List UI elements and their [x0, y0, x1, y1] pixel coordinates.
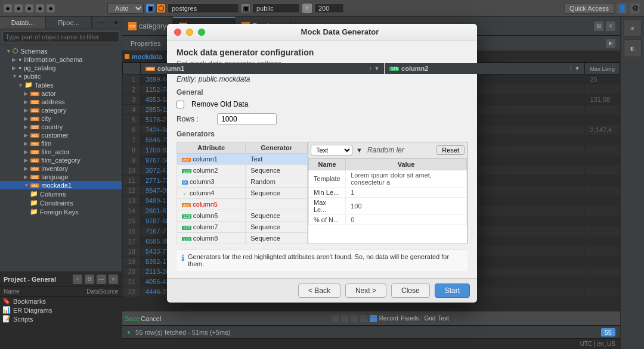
modal-rows-row: Rows : [177, 113, 467, 125]
sidebar-close-btn[interactable]: × [110, 17, 122, 29]
project-close-btn[interactable]: × [109, 275, 118, 284]
tree-item-pg-catalog[interactable]: ▶ ● pg_catalog [0, 64, 122, 72]
modal-general-label: General [177, 88, 467, 96]
exp-film-actor: ▶ [24, 149, 30, 155]
start-button[interactable]: Start [435, 283, 470, 298]
next-button[interactable]: Next > [345, 283, 386, 298]
exp-language: ▶ [24, 174, 30, 180]
props-row: Max Le...100 [309, 198, 467, 215]
traffic-light-minimize[interactable] [186, 29, 193, 36]
panels-btn[interactable]: Panels [401, 315, 419, 322]
tree-item-language[interactable]: ▶ abc language [0, 173, 122, 181]
nav-prev-btn[interactable] [341, 315, 348, 322]
tree-item-film-category[interactable]: ▶ abc film_category [0, 156, 122, 164]
rows-input[interactable] [217, 113, 277, 125]
tree-item-country[interactable]: ▶ abc country [0, 123, 122, 131]
gen-type-select[interactable]: Text [311, 145, 352, 155]
close-button[interactable]: Close [391, 283, 430, 298]
nav-next-btn[interactable] [351, 315, 358, 322]
right-panel-btn[interactable]: ▶ [606, 39, 615, 48]
rp-btn-2[interactable]: ◧ [624, 39, 642, 57]
tree-item-actor[interactable]: ▶ abc actor [0, 89, 122, 98]
col-header-column1[interactable]: abc column1 ↕ ▼ [141, 63, 385, 74]
sidebar-tab-database[interactable]: Datab... [0, 17, 46, 29]
tree-item-inventory[interactable]: ▶ abc inventory [0, 164, 122, 173]
modal-header: Mock data generator configuration [177, 48, 467, 57]
traffic-light-close[interactable] [174, 29, 181, 36]
exp-film-category: ▶ [24, 157, 30, 163]
cancel-btn[interactable]: Cancel [141, 315, 161, 322]
gen-table-row[interactable]: 123column8Sequence [177, 233, 308, 244]
gen-table-row[interactable]: abccolumn5 [177, 199, 308, 210]
remove-old-data-checkbox[interactable] [177, 101, 184, 108]
back-button[interactable]: < Back [298, 283, 340, 298]
connection-input[interactable] [168, 4, 239, 13]
gen-table-row[interactable]: 123column2Sequence [177, 165, 308, 176]
grid-btn[interactable]: Grid [424, 315, 435, 322]
gen-table-row[interactable]: ✓column4Sequence [177, 188, 308, 199]
save-btn[interactable]: Save [125, 315, 140, 322]
toolbar-icon-5: ● [47, 4, 55, 13]
value-input[interactable] [314, 4, 344, 13]
tree-item-columns[interactable]: 📁 Columns [0, 189, 122, 198]
tree-item-category[interactable]: ▶ abc category [0, 106, 122, 114]
add-record-btn[interactable] [370, 315, 377, 322]
record-btn[interactable]: Record [379, 315, 398, 322]
exp-mockada1: ▼ [24, 182, 30, 188]
project-bookmarks[interactable]: 🔖 Bookmarks [0, 297, 122, 306]
gen-table-row[interactable]: 123column7Sequence [177, 222, 308, 233]
modal-entity: Entity: public.mockdata [177, 75, 467, 83]
tree-item-mockada1[interactable]: ▼ abc mockada1 [0, 181, 122, 189]
nav-first-btn[interactable] [332, 315, 339, 322]
gen-table-row[interactable]: 123column6Sequence [177, 210, 308, 222]
sidebar-search-input[interactable] [2, 32, 119, 42]
tree-item-customer[interactable]: ▶ abc customer [0, 131, 122, 139]
rp-btn-1[interactable]: ⊕ [624, 19, 642, 37]
gen-table-row[interactable]: ⟳column3Random [177, 176, 308, 188]
project-add-btn[interactable]: + [73, 275, 82, 284]
project-er-diagrams[interactable]: 📊 ER Diagrams [0, 306, 122, 314]
tree-item-public[interactable]: ▼ ● public [0, 72, 122, 80]
schema-input[interactable] [252, 4, 300, 13]
tree-item-film[interactable]: ▶ abc film [0, 139, 122, 148]
tree-item-info-schema[interactable]: ▶ ● information_schema [0, 55, 122, 64]
warning-bar: ℹ Generators for the red highlighted att… [177, 249, 467, 271]
exp-inventory: ▶ [24, 166, 30, 172]
quick-access-button[interactable]: Quick Access [564, 3, 614, 14]
gen-reset-button[interactable]: Reset [436, 145, 465, 155]
tree-item-constraints[interactable]: 📁 Constraints [0, 198, 122, 207]
tree-item-city[interactable]: ▶ abc city [0, 114, 122, 123]
tree-item-schemas[interactable]: ▼ ⬡ Schemas [0, 46, 122, 55]
tab-close-panel-btn[interactable]: × [606, 21, 615, 31]
project-btn2[interactable]: ⚙ [85, 275, 94, 284]
auto-dropdown[interactable]: Auto [107, 3, 144, 14]
tab-label-category: category [139, 22, 166, 30]
tree-item-address[interactable]: ▶ abc address [0, 98, 122, 106]
sort-icon-col2: ↕ [569, 66, 572, 71]
project-scripts[interactable]: 📝 Scripts [0, 314, 122, 323]
remove-old-data-label: Remove Old Data [191, 100, 248, 108]
props-table-body: TemplateLorem ipsum dolor sit amet, cons… [309, 170, 467, 225]
sidebar-minimize-btn[interactable]: — [92, 17, 110, 29]
toolbar-icon-7: ⬡ [157, 4, 165, 13]
traffic-light-maximize[interactable] [198, 29, 205, 36]
gen-table-row[interactable]: abccolumn1Text [177, 154, 308, 165]
project-datasource-col: DataSource [86, 288, 118, 295]
project-btn3[interactable]: — [97, 275, 106, 284]
col1-type-icon: abc [145, 67, 155, 71]
status-badge: 55 [601, 328, 615, 336]
text-btn[interactable]: Text [438, 315, 448, 322]
tree-item-film-actor[interactable]: ▶ abc film_actor [0, 148, 122, 156]
tab-expand-btn[interactable]: ⊞ [594, 21, 603, 31]
warning-text: Generators for the red highlighted attri… [188, 253, 463, 267]
exp-actor: ▶ [24, 91, 30, 96]
tree-item-tables[interactable]: ▼ 📁 Tables [0, 80, 122, 89]
tab-category[interactable]: abc category [122, 17, 173, 35]
sidebar-tab-project[interactable]: Прое... [46, 17, 92, 29]
nav-last-btn[interactable] [360, 315, 367, 322]
sort-icon-col1: ↕ [369, 66, 372, 71]
tree-item-foreign-keys[interactable]: 📁 Foreign Keys [0, 207, 122, 216]
filter-icon-col2: ▼ [575, 66, 580, 71]
sub-tab-properties[interactable]: Properties [125, 39, 166, 48]
col-header-column2[interactable]: 123 column2 ↕ ▼ [385, 63, 585, 74]
